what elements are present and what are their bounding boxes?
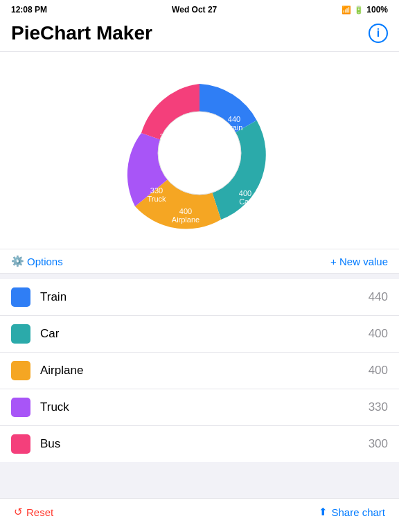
options-button[interactable]: ⚙️ Options	[11, 255, 63, 267]
reset-button[interactable]: ↺ Reset	[14, 506, 53, 518]
pie-chart-svg: 440 Train 400 Car 400 Airplane 330 Truck…	[109, 63, 290, 243]
options-label: Options	[27, 256, 63, 267]
status-time: 12:08 PM	[11, 5, 47, 15]
label-train-name: Train	[226, 123, 243, 132]
list-item-car[interactable]: Car 400	[0, 316, 399, 353]
label-airplane-value: 400	[179, 207, 192, 215]
label-airplane-name: Airplane	[172, 215, 200, 224]
share-label: Share chart	[331, 506, 385, 518]
options-gear-icon: ⚙️	[11, 255, 24, 267]
share-icon: ⬆	[319, 506, 328, 518]
list-item-truck[interactable]: Truck 330	[0, 389, 399, 426]
label-bus-name: Bus	[160, 141, 173, 149]
status-date: Wed Oct 27	[172, 5, 217, 15]
chart-section: 440 Train 400 Car 400 Airplane 330 Truck…	[0, 52, 399, 249]
item-value-car: 400	[369, 327, 388, 341]
list-item-train[interactable]: Train 440	[0, 279, 399, 316]
status-right: 📶 🔋 100%	[342, 5, 388, 15]
app-header: PieChart Maker i	[0, 19, 399, 52]
reset-icon: ↺	[14, 506, 23, 518]
label-bus-value: 300	[160, 132, 172, 141]
item-value-bus: 300	[369, 437, 388, 451]
item-value-truck: 330	[369, 400, 388, 414]
new-value-label: + New value	[330, 256, 388, 267]
item-label-bus: Bus	[40, 437, 369, 451]
color-swatch-truck	[11, 398, 30, 417]
battery-percent: 100%	[366, 5, 388, 15]
item-label-train: Train	[40, 290, 369, 304]
color-swatch-airplane	[11, 361, 30, 380]
color-swatch-train	[11, 287, 30, 307]
footer-bar: ↺ Reset ⬆ Share chart	[0, 498, 399, 532]
app-title: PieChart Maker	[11, 22, 152, 44]
options-bar: ⚙️ Options + New value	[0, 249, 399, 274]
item-label-airplane: Airplane	[40, 364, 369, 378]
info-icon: i	[377, 27, 380, 39]
label-car-name: Car	[239, 197, 251, 206]
share-button[interactable]: ⬆ Share chart	[319, 506, 385, 518]
data-list: Train 440 Car 400 Airplane 400 Truck 330…	[0, 279, 399, 462]
label-train-value: 440	[228, 115, 240, 123]
battery-icon: 🔋	[354, 6, 364, 15]
donut-chart: 440 Train 400 Car 400 Airplane 330 Truck…	[109, 63, 290, 243]
status-bar: 12:08 PM Wed Oct 27 📶 🔋 100%	[0, 0, 399, 19]
info-button[interactable]: i	[369, 24, 388, 43]
item-label-truck: Truck	[40, 400, 369, 414]
label-truck-value: 330	[150, 186, 163, 195]
item-value-train: 440	[369, 290, 388, 304]
new-value-button[interactable]: + New value	[330, 256, 388, 267]
reset-label: Reset	[26, 506, 53, 518]
list-item-bus[interactable]: Bus 300	[0, 426, 399, 462]
list-item-airplane[interactable]: Airplane 400	[0, 353, 399, 389]
item-label-car: Car	[40, 327, 369, 341]
item-value-airplane: 400	[369, 364, 388, 378]
color-swatch-car	[11, 324, 30, 344]
color-swatch-bus	[11, 434, 30, 454]
label-truck-name: Truck	[147, 195, 166, 203]
wifi-icon: 📶	[342, 6, 351, 15]
label-car-value: 400	[239, 189, 251, 197]
